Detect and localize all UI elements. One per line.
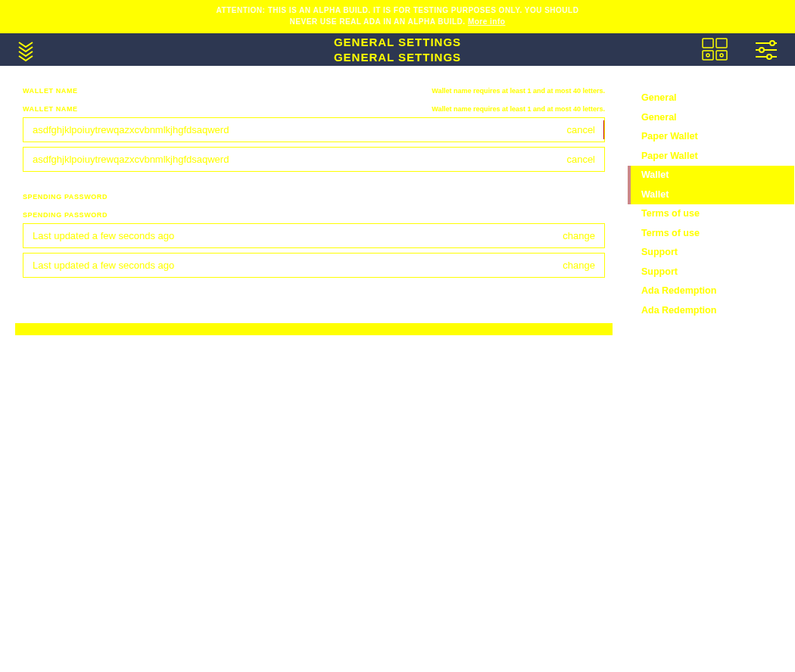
wallet-name-cancel-dup[interactable]: cancel (566, 154, 595, 165)
wallet-name-input-dup[interactable] (33, 154, 482, 165)
sidebar-item-general[interactable]: General (628, 89, 794, 108)
svg-rect-0 (703, 39, 713, 48)
wallet-name-label-dup: WALLET NAME (23, 105, 78, 113)
banner-line2: NEVER USE REAL ADA IN AN ALPHA BUILD. Mo… (0, 16, 795, 27)
spending-password-status: Last updated a few seconds ago (33, 230, 482, 241)
spending-password-row: Last updated a few seconds ago change (23, 223, 605, 248)
sidebar-item-wallet-dup[interactable]: Wallet (628, 185, 794, 205)
wallet-name-block: WALLET NAME Wallet name requires at leas… (15, 81, 613, 172)
banner-more-info-link[interactable]: More info (468, 17, 506, 26)
spending-password-change[interactable]: change (563, 230, 595, 241)
svg-rect-2 (703, 51, 713, 60)
spending-password-label-dup: SPENDING PASSWORD (23, 211, 108, 219)
sidebar-item-support-dup[interactable]: Support (628, 263, 794, 282)
wallets-icon[interactable] (701, 37, 730, 63)
wallet-name-input-row-dup: cancel (23, 147, 605, 172)
spending-password-status-dup: Last updated a few seconds ago (33, 260, 482, 271)
sidebar-item-terms[interactable]: Terms of use (628, 204, 794, 224)
spending-password-change-dup[interactable]: change (563, 260, 595, 271)
topbar: GENERAL SETTINGS GENERAL SETTINGS (0, 33, 795, 66)
spending-password-row-dup: Last updated a few seconds ago change (23, 253, 605, 278)
spending-password-label: SPENDING PASSWORD (23, 193, 108, 201)
menu-icon[interactable] (17, 36, 44, 64)
sidebar-item-ada-redemption-dup[interactable]: Ada Redemption (628, 301, 794, 321)
svg-rect-1 (716, 39, 727, 48)
wallet-name-cancel[interactable]: cancel (566, 124, 595, 135)
wallet-name-label: WALLET NAME (23, 87, 78, 95)
wallet-name-hint: Wallet name requires at least 1 and at m… (432, 87, 605, 95)
svg-point-5 (720, 54, 723, 57)
spending-password-block: SPENDING PASSWORD SPENDING PASSWORD Last… (15, 187, 613, 278)
sidebar-item-paper-wallet-dup[interactable]: Paper Wallet (628, 147, 794, 166)
yellow-divider-bar (15, 323, 613, 335)
settings-sidebar: General General Paper Wallet Paper Walle… (628, 66, 794, 335)
alpha-warning-banner: ATTENTION: THIS IS AN ALPHA BUILD. IT IS… (0, 0, 795, 33)
settings-icon[interactable] (753, 37, 780, 63)
svg-point-9 (759, 48, 764, 52)
wallet-name-hint-dup: Wallet name requires at least 1 and at m… (432, 105, 605, 113)
sidebar-item-support[interactable]: Support (628, 243, 794, 263)
banner-line1: ATTENTION: THIS IS AN ALPHA BUILD. IT IS… (0, 5, 795, 16)
svg-point-11 (767, 54, 772, 59)
sidebar-item-terms-dup[interactable]: Terms of use (628, 224, 794, 244)
sidebar-item-general-dup[interactable]: General (628, 108, 794, 128)
svg-point-4 (706, 54, 709, 57)
wallet-name-input-row: cancel (23, 117, 605, 142)
svg-point-7 (770, 41, 775, 45)
sidebar-item-paper-wallet[interactable]: Paper Wallet (628, 127, 794, 147)
sidebar-item-wallet[interactable]: Wallet (628, 166, 794, 185)
wallet-name-input[interactable] (33, 124, 482, 135)
svg-rect-3 (716, 51, 727, 60)
page-title: GENERAL SETTINGS GENERAL SETTINGS (334, 35, 461, 64)
settings-panel: WALLET NAME Wallet name requires at leas… (0, 66, 628, 335)
sidebar-item-ada-redemption[interactable]: Ada Redemption (628, 282, 794, 301)
